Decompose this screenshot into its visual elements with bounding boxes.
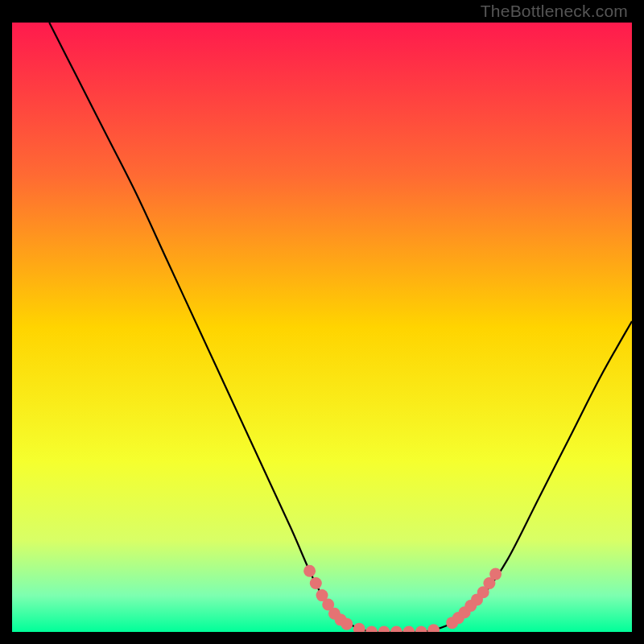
data-dot <box>310 577 322 589</box>
chart-svg <box>12 23 632 632</box>
chart-plot-area <box>12 23 632 632</box>
chart-background <box>12 23 632 632</box>
data-dot <box>489 568 502 580</box>
data-dot <box>341 618 353 630</box>
data-dot <box>303 565 316 577</box>
watermark-text: TheBottleneck.com <box>481 2 628 21</box>
